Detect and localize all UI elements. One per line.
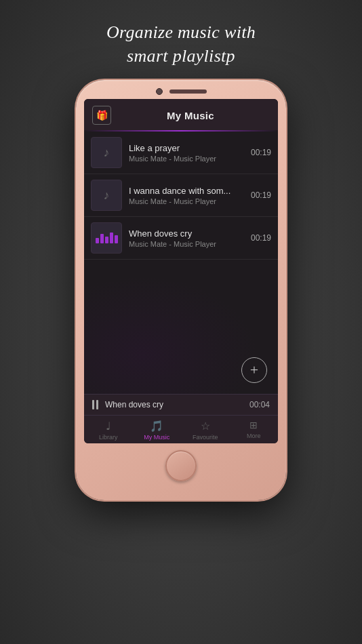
- song-title-2: I wanna dance with som...: [129, 186, 244, 196]
- bars-icon-3: [96, 233, 118, 243]
- song-info-3: When doves cry Music Mate - Music Player: [129, 228, 244, 248]
- tab-library[interactable]: ♩ Library: [84, 420, 133, 441]
- song-item-2[interactable]: ♪ I wanna dance with som... Music Mate -…: [84, 174, 278, 217]
- music-note-icon-2: ♪: [104, 188, 110, 203]
- bar-3: [105, 237, 108, 243]
- speaker: [169, 89, 207, 94]
- gift-icon[interactable]: 🎁: [92, 106, 111, 125]
- now-playing-time: 00:04: [249, 400, 270, 409]
- song-duration-2: 00:19: [251, 190, 271, 200]
- song-artist-1: Music Mate - Music Player: [129, 155, 244, 163]
- song-artist-3: Music Mate - Music Player: [129, 240, 244, 248]
- song-item-3[interactable]: When doves cry Music Mate - Music Player…: [84, 217, 278, 260]
- phone-shell: 🎁 My Music ♪ Like a prayer Music Mate - …: [76, 80, 286, 500]
- library-icon: ♩: [106, 420, 111, 432]
- screen: 🎁 My Music ♪ Like a prayer Music Mate - …: [84, 99, 278, 443]
- tab-my-music-label: My Music: [144, 434, 169, 441]
- screen-title: My Music: [111, 110, 270, 121]
- pause-icon[interactable]: [92, 400, 98, 409]
- screen-header: 🎁 My Music: [84, 99, 278, 130]
- list-spacer: +: [84, 263, 278, 395]
- add-fab-button[interactable]: +: [241, 357, 267, 383]
- tab-more[interactable]: ⊞ More: [230, 420, 279, 441]
- song-list: ♪ Like a prayer Music Mate - Music Playe…: [84, 132, 278, 263]
- now-playing-bar[interactable]: When doves cry 00:04: [84, 394, 278, 415]
- song-title-1: Like a prayer: [129, 143, 244, 153]
- tab-favourite[interactable]: ☆ Favourite: [181, 420, 230, 441]
- song-duration-3: 00:19: [251, 233, 271, 243]
- home-button[interactable]: [165, 450, 197, 481]
- pause-bar-left: [92, 400, 94, 409]
- tab-my-music[interactable]: 🎵 My Music: [133, 420, 182, 441]
- tab-library-label: Library: [99, 434, 118, 441]
- now-playing-title: When doves cry: [105, 400, 243, 409]
- pause-bar-right: [96, 400, 98, 409]
- my-music-icon: 🎵: [150, 420, 163, 432]
- camera: [156, 88, 163, 95]
- song-thumb-1: ♪: [91, 137, 122, 168]
- tab-favourite-label: Favourite: [193, 434, 218, 441]
- song-thumb-2: ♪: [91, 180, 122, 211]
- music-note-icon-1: ♪: [104, 146, 110, 160]
- tab-bar: ♩ Library 🎵 My Music ☆ Favourite ⊞ More: [84, 415, 278, 443]
- bar-5: [115, 235, 118, 243]
- bar-1: [96, 238, 99, 243]
- favourite-icon: ☆: [201, 420, 210, 432]
- song-duration-1: 00:19: [251, 148, 271, 157]
- bar-2: [100, 234, 104, 243]
- more-icon: ⊞: [249, 420, 258, 431]
- bar-4: [110, 233, 113, 243]
- phone-top: [83, 88, 279, 95]
- tab-more-label: More: [247, 432, 261, 439]
- song-artist-2: Music Mate - Music Player: [129, 197, 244, 205]
- tagline: Organize music with smart playlistp: [106, 20, 256, 68]
- song-thumb-3: [91, 222, 122, 254]
- song-item-1[interactable]: ♪ Like a prayer Music Mate - Music Playe…: [84, 132, 278, 174]
- song-info-2: I wanna dance with som... Music Mate - M…: [129, 186, 244, 205]
- song-title-3: When doves cry: [129, 228, 244, 239]
- song-info-1: Like a prayer Music Mate - Music Player: [129, 143, 244, 163]
